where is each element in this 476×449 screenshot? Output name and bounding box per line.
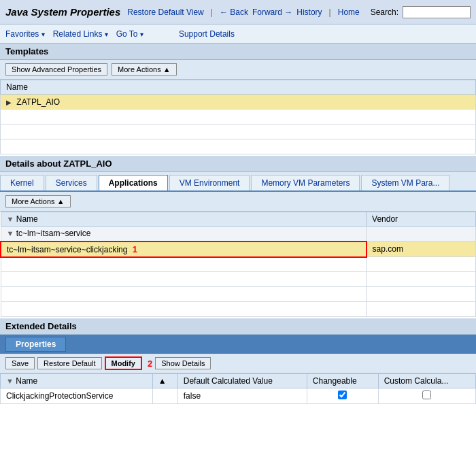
related-links-arrow: ▾ xyxy=(105,31,108,38)
ext-col-sort: ▲ xyxy=(152,374,177,388)
history-link[interactable]: History xyxy=(296,7,322,17)
save-btn[interactable]: Save xyxy=(5,357,35,369)
table-row xyxy=(1,272,476,287)
modify-btn[interactable]: Modify xyxy=(105,356,142,370)
templates-section-header: Templates xyxy=(0,44,476,60)
app-name: tc~lm~itsam~service~clickjacking xyxy=(7,245,127,254)
restore-default-btn[interactable]: Restore Default xyxy=(37,357,101,369)
ext-col-custom: Custom Calcula... xyxy=(378,374,475,388)
ext-default-cell: false xyxy=(177,388,307,404)
ext-col-name: ▼ Name xyxy=(1,374,153,388)
tab-services[interactable]: Services xyxy=(46,175,97,190)
top-nav-bar: Java System Properties Restore Default V… xyxy=(0,0,476,24)
favorites-arrow: ▾ xyxy=(41,31,45,38)
ext-name-cell: ClickjackingProtectionService xyxy=(1,388,153,404)
more-actions-btn-details[interactable]: More Actions ▲ xyxy=(5,195,71,207)
show-details-btn[interactable]: Show Details xyxy=(155,357,211,369)
related-links-link[interactable]: Related Links ▾ xyxy=(53,29,108,39)
app-name-cell: tc~lm~itsam~service~clickjacking 1 xyxy=(1,242,367,257)
properties-tab[interactable]: Properties xyxy=(5,337,66,352)
ext-filter-icon: ▼ xyxy=(6,377,14,385)
show-advanced-btn[interactable]: Show Advanced Properties xyxy=(5,63,107,76)
favorites-link[interactable]: Favorites ▾ xyxy=(5,29,45,39)
group-vendor-cell xyxy=(367,227,476,242)
extended-toolbar: Save Restore Default Modify 2 Show Detai… xyxy=(0,354,476,373)
table-row xyxy=(1,139,476,154)
search-label: Search: xyxy=(371,7,398,17)
details-title: Details about ZATPL_AIO xyxy=(5,159,112,169)
support-details-link[interactable]: Support Details xyxy=(179,29,235,39)
details-tabs-bar: Kernel Services Applications VM Environm… xyxy=(0,172,476,192)
extended-table: ▼ Name ▲ Default Calculated Value Change… xyxy=(0,373,476,404)
separator1: | xyxy=(208,7,216,17)
table-row[interactable]: ClickjackingProtectionService false xyxy=(1,388,476,404)
app-col-vendor: Vendor xyxy=(367,212,476,227)
ext-sort-cell xyxy=(152,388,177,404)
changeable-checkbox[interactable] xyxy=(338,390,347,399)
details-section-header: Details about ZATPL_AIO xyxy=(0,156,476,172)
templates-toolbar: Show Advanced Properties More Actions ▲ xyxy=(0,60,476,80)
ext-custom-cell xyxy=(378,388,475,404)
app-vendor-cell: sap.com xyxy=(367,242,476,257)
search-input[interactable] xyxy=(403,6,471,18)
tab-vm-environment[interactable]: VM Environment xyxy=(169,175,250,190)
back-link[interactable]: ← Back xyxy=(220,7,248,17)
restore-default-link[interactable]: Restore Default View xyxy=(127,7,204,17)
table-row xyxy=(1,110,476,124)
custom-checkbox[interactable] xyxy=(422,390,431,399)
group-name-cell: ▼ tc~lm~itsam~service xyxy=(1,227,367,242)
more-actions-btn-templates[interactable]: More Actions ▲ xyxy=(112,63,177,76)
template-name-cell: ▶ ZATPL_AIO xyxy=(1,95,476,110)
top-nav-links: Restore Default View | ← Back Forward → … xyxy=(127,7,370,17)
forward-link[interactable]: Forward → xyxy=(252,7,292,17)
group-icon: ▼ xyxy=(7,229,14,237)
tab-memory-vm[interactable]: Memory VM Parameters xyxy=(251,175,360,190)
extended-section-header: Extended Details xyxy=(0,318,476,335)
template-name: ZATPL_AIO xyxy=(16,97,60,107)
ext-changeable-cell xyxy=(307,388,378,404)
props-tab-bar: Properties xyxy=(0,335,476,354)
app-col-name: ▼ Name xyxy=(1,212,367,227)
tab-kernel[interactable]: Kernel xyxy=(0,175,44,190)
ext-col-changeable: Changeable xyxy=(307,374,378,388)
extended-title: Extended Details xyxy=(5,321,77,331)
templates-col-name: Name xyxy=(1,80,476,95)
table-row xyxy=(1,124,476,139)
table-row[interactable]: ▼ tc~lm~itsam~service xyxy=(1,227,476,242)
group-name: tc~lm~itsam~service xyxy=(16,229,91,238)
details-toolbar: More Actions ▲ xyxy=(0,192,476,212)
go-to-link[interactable]: Go To ▾ xyxy=(116,29,143,39)
second-nav-bar: Favorites ▾ Related Links ▾ Go To ▾ Supp… xyxy=(0,24,476,44)
table-row xyxy=(1,287,476,302)
tab-applications[interactable]: Applications xyxy=(99,175,168,190)
table-row[interactable]: ▶ ZATPL_AIO xyxy=(1,95,476,110)
search-area: Search: xyxy=(371,6,471,18)
expand-icon: ▶ xyxy=(6,99,12,106)
go-to-arrow: ▾ xyxy=(140,31,143,38)
badge-1: 1 xyxy=(133,244,137,254)
table-row xyxy=(1,257,476,272)
filter-icon: ▼ xyxy=(7,215,14,223)
home-link[interactable]: Home xyxy=(338,7,360,17)
badge-2: 2 xyxy=(148,359,152,369)
page-title: Java System Properties xyxy=(5,6,120,18)
table-row xyxy=(1,302,476,317)
applications-table: ▼ Name Vendor ▼ tc~lm~itsam~service tc~l… xyxy=(0,212,476,317)
separator2: | xyxy=(326,7,334,17)
table-row[interactable]: tc~lm~itsam~service~clickjacking 1 sap.c… xyxy=(1,242,476,257)
tab-system-vm[interactable]: System VM Para... xyxy=(361,175,449,190)
templates-table: Name ▶ ZATPL_AIO xyxy=(0,80,476,154)
ext-col-default: Default Calculated Value xyxy=(177,374,307,388)
